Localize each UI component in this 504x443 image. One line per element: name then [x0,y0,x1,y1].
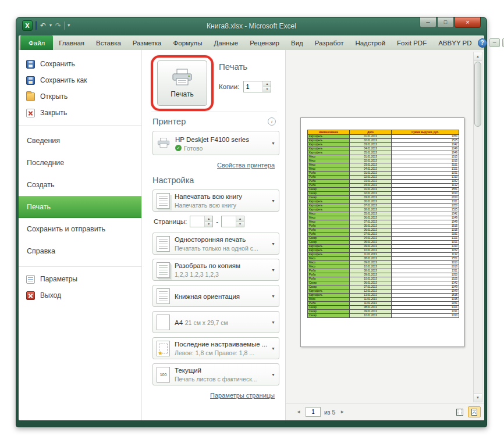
preview-cell-name: Сахар [308,285,350,290]
scrollbar-thumb[interactable] [474,62,481,127]
preview-cell-date: 06.01.2013 [350,200,392,204]
dropdown-arrow-icon: ▼ [271,141,275,145]
preview-table-header-cell: Наименование [308,130,350,135]
maximize-button[interactable]: □ [437,17,454,28]
sidebar-nav-item[interactable]: Сохранить и отправить [19,218,141,240]
ribbon-tab[interactable]: Надстрой [349,35,391,50]
sidebar-command-label: Закрыть [40,109,67,117]
ribbon-tab[interactable]: Рецензир [244,35,285,50]
fit-page-icon [471,409,478,416]
workbook-minimize-button[interactable]: ─ [489,38,500,47]
ribbon-tab[interactable]: Вид [285,35,309,50]
preview-cell-sum: 3010 [392,261,459,265]
undo-dropdown-button[interactable]: ▾ [49,23,52,28]
sidebar-nav-item[interactable]: Справка [19,240,141,262]
sidebar-nav-item[interactable]: Сведения [19,130,141,152]
sidebar-command[interactable]: Выход [19,287,141,303]
sidebar-command[interactable]: Сохранить [19,56,141,72]
pages-from-down-button[interactable]: ▼ [205,222,212,227]
preview-cell-name: Рыба [308,228,350,233]
sidebar-nav: Сведения Последние Создать Печать [19,130,141,262]
ribbon-tab[interactable]: Разработ [309,35,350,50]
ribbon-tab[interactable]: Разметка [127,35,168,50]
ribbon-tab[interactable]: Данные [208,35,244,50]
excel-window: X ↶ ▾ ↷ ▾ Книга8.xlsx - Microsoft Excel … [16,17,487,427]
print-setting-dropdown[interactable]: Последние настраиваемые ... Левое: 1,8 с… [152,337,279,359]
preview-table-row: Картофель 07.01.2013 1050 [308,204,459,208]
preview-cell-date: 09.01.2013 [350,310,392,314]
save-button[interactable] [35,22,37,29]
preview-cell-date: 02.01.2013 [350,176,392,180]
preview-cell-date: 09.01.2013 [350,245,392,249]
ribbon-tab[interactable]: Вставка [90,35,127,50]
sidebar-nav-item[interactable]: Создать [19,174,141,196]
preview-cell-date: 08.01.2013 [350,269,392,273]
print-button-wrapper: Печать [157,60,207,106]
preview-cell-sum: 2013 [392,196,459,200]
print-setting-dropdown[interactable]: Напечатать всю книгу Напечатать всю книг… [152,190,279,212]
pages-to-down-button[interactable]: ▼ [236,222,244,227]
sidebar-command[interactable]: Закрыть [19,105,141,121]
preview-cell-name: Рыба [308,184,350,188]
show-margins-button[interactable] [453,406,466,417]
preview-table-header-cell: Дата [350,130,392,135]
customize-quick-access-button[interactable]: ▾ [67,23,70,28]
preview-table-row: Картофель 10.01.2013 1152 [308,249,459,253]
previous-page-icon: ◄ [296,409,301,415]
ribbon-tab[interactable]: Файл [20,35,53,50]
preview-cell-name: Мясо [308,261,350,265]
ribbon-tab-label: ABBYY PD [438,40,471,47]
redo-button[interactable]: ↷ [55,22,62,29]
ribbon-tab[interactable]: Главная [53,35,90,50]
title-bar[interactable]: X ↶ ▾ ↷ ▾ Книга8.xlsx - Microsoft Excel … [19,17,484,35]
dropdown-arrow-icon: ▼ [271,320,275,324]
sidebar-nav-item[interactable]: Печать [19,196,141,218]
print-setting-dropdown[interactable]: Односторонняя печать Печатать только на … [152,233,279,255]
preview-cell-sum: 1132 [392,184,459,188]
ribbon-tab[interactable]: Foxit PDF [391,35,432,50]
copies-down-button[interactable]: ▼ [263,87,271,92]
preview-scrollbar[interactable]: ▲ ▼ [473,52,482,402]
sidebar-command[interactable]: Параметры [19,271,141,287]
close-button[interactable]: × [455,17,481,28]
print-setting-dropdown[interactable]: Книжная ориентация ▼ [152,285,279,307]
previous-page-button[interactable]: ◄ [295,409,302,415]
scroll-down-button[interactable]: ▼ [474,393,482,402]
pages-to-up-button[interactable]: ▲ [236,216,244,222]
print-button[interactable]: Печать [157,60,207,106]
print-setting-dropdown[interactable]: Разобрать по копиям 1,2,3 1,2,3 1,2,3 ▼ [152,259,279,281]
screenshot-stage: X ↶ ▾ ↷ ▾ Книга8.xlsx - Microsoft Excel … [0,0,504,443]
sidebar-command[interactable]: Сохранить как [19,72,141,88]
copies-up-button[interactable]: ▲ [263,81,271,87]
print-setting-dropdown[interactable]: Текущий Печать листов с фактическ... ▼ [152,363,279,385]
next-page-button[interactable]: ► [339,409,346,415]
zoom-to-page-button[interactable] [468,406,481,417]
page-setup-link[interactable]: Параметры страницы [210,392,275,399]
ribbon-tab[interactable]: Формулы [168,35,208,50]
minimize-button[interactable]: ─ [420,17,436,28]
page-count-label: из 5 [324,409,335,416]
undo-button[interactable]: ↶ [40,22,47,29]
scroll-up-button[interactable]: ▲ [474,52,482,61]
help-button[interactable]: ? [478,38,487,48]
preview-cell-sum: 1310 [392,245,459,249]
pages-from-input[interactable] [190,216,204,227]
sidebar-nav-item[interactable]: Последние [19,152,141,174]
preview-cell-name: Мясо [308,216,350,220]
sidebar-command[interactable]: Открыть [19,88,141,105]
excel-logo-icon[interactable]: X [22,20,33,31]
print-setting-dropdown[interactable]: A4 21 см x 29,7 см ▼ [152,311,279,333]
preview-table-row: Картофель 11.01.2013 1132 [308,253,459,257]
workbook-restore-button[interactable]: □ [502,38,504,47]
pages-to-input[interactable] [222,216,236,227]
pages-from-up-button[interactable]: ▲ [205,216,212,222]
page-number-input[interactable] [306,407,321,417]
pages-dash: - [216,218,218,225]
ribbon-tab[interactable]: ABBYY PD [432,35,477,50]
preview-cell-name: Мясо [308,159,350,163]
copies-input[interactable] [244,81,262,92]
printer-dropdown[interactable]: HP Deskjet F4100 series ✓ Готово ▼ [152,131,279,155]
setting-title: Текущий [175,367,201,374]
preview-table-row: Мясо 03.01.2013 3151 [308,163,459,167]
printer-properties-link[interactable]: Свойства принтера [217,162,275,169]
